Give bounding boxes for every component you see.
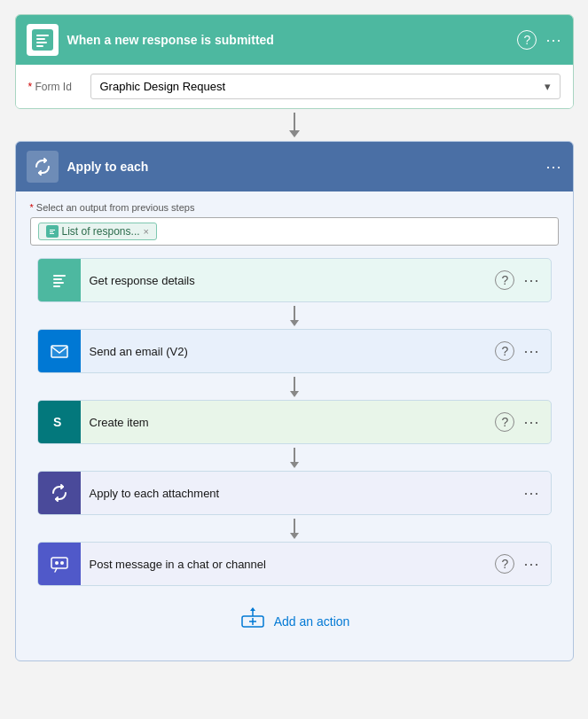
step-card-post-message[interactable]: Post message in a chat or channel ? ··· [37,542,552,586]
svg-rect-1 [36,35,49,36]
arrow-line [294,113,295,130]
step-actions-send-email: ? ··· [495,341,550,361]
step-label-apply-attachment: Apply to each attachment [81,487,524,500]
apply-each-container: Apply to each ··· * Select an output fro… [15,141,574,661]
add-action-container: Add an action [30,607,559,650]
step-more-post-message[interactable]: ··· [523,556,539,572]
step-label-send-email: Send an email (V2) [81,345,496,358]
step-help-send-email[interactable]: ? [495,341,514,361]
arrow-2 [290,373,299,400]
step-more-create-item[interactable]: ··· [523,414,539,430]
step-icon-get-response [38,259,81,301]
form-id-row: * Form Id Graphic Design Request ▾ [28,74,561,99]
step-card-get-response[interactable]: Get response details ? ··· [37,258,552,302]
step-icon-post-message [38,543,81,585]
svg-marker-24 [250,607,255,611]
svg-point-20 [55,561,59,565]
trigger-body: * Form Id Graphic Design Request ▾ [16,65,573,108]
apply-each-icon [27,151,59,183]
trigger-card: When a new response is submitted ? ··· *… [15,14,574,109]
trigger-more-button[interactable]: ··· [545,32,561,48]
svg-text:S: S [53,415,61,429]
step-actions-post-message: ? ··· [495,554,550,574]
svg-rect-11 [53,278,62,280]
step-card-apply-attachment[interactable]: Apply to each attachment ··· [37,471,552,515]
trigger-header: When a new response is submitted ? ··· [16,15,573,65]
apply-each-title: Apply to each [67,160,537,174]
step-card-create-item[interactable]: S Create item ? ··· [37,400,552,444]
apply-each-header: Apply to each ··· [16,142,573,191]
step-label-post-message: Post message in a chat or channel [81,558,496,571]
trigger-title: When a new response is submitted [67,33,509,47]
svg-rect-3 [36,42,47,43]
svg-rect-8 [50,233,54,234]
step-icon-apply-attachment [38,472,81,514]
form-id-label: * Form Id [28,81,82,93]
add-action-icon [239,607,267,636]
add-action-button[interactable]: Add an action [239,607,350,636]
select-output-label: * Select an output from previous steps [30,202,559,213]
arrow-3 [290,444,299,471]
step-more-get-response[interactable]: ··· [523,272,539,288]
inner-steps: Get response details ? ··· [30,258,559,586]
svg-rect-2 [36,38,45,40]
token-input[interactable]: List of respons... × [30,217,559,246]
svg-rect-10 [53,275,66,277]
step-actions-apply-attachment: ··· [523,485,550,501]
step-actions-create-item: ? ··· [495,412,550,432]
step-help-get-response[interactable]: ? [495,270,514,290]
step-help-create-item[interactable]: ? [495,412,514,432]
svg-rect-15 [51,346,67,357]
step-actions-get-response: ? ··· [495,270,550,290]
step-more-apply-attachment[interactable]: ··· [523,485,539,501]
apply-each-header-actions: ··· [545,159,561,176]
step-more-send-email[interactable]: ··· [523,343,539,359]
token-text: List of respons... [62,225,140,238]
arrow-trigger-to-apply [289,109,300,141]
form-id-select[interactable]: Graphic Design Request ▾ [90,74,561,99]
svg-rect-7 [50,231,53,232]
token-remove-button[interactable]: × [144,226,149,237]
step-label-create-item: Create item [81,416,496,429]
step-help-post-message[interactable]: ? [495,554,514,574]
svg-rect-19 [51,558,67,568]
apply-each-more-button[interactable]: ··· [545,159,561,175]
step-icon-send-email [38,330,81,372]
trigger-icon [27,24,59,56]
token-chip: List of respons... × [38,223,157,240]
flow-canvas: When a new response is submitted ? ··· *… [14,14,574,661]
svg-point-21 [60,561,64,565]
svg-rect-13 [53,285,60,287]
svg-rect-4 [36,45,43,47]
arrow-1 [290,302,299,329]
arrow-head [289,130,300,137]
svg-rect-6 [50,230,55,231]
trigger-help-button[interactable]: ? [517,30,537,50]
step-card-send-email[interactable]: Send an email (V2) ? ··· [37,329,552,373]
trigger-header-actions: ? ··· [517,30,561,50]
svg-rect-12 [53,282,64,284]
step-label-get-response: Get response details [81,274,496,287]
apply-each-body: * Select an output from previous steps L… [16,191,573,660]
add-action-label: Add an action [274,614,350,629]
arrow-4 [290,515,299,542]
token-chip-icon [46,225,59,238]
step-icon-create-item: S [38,401,81,443]
